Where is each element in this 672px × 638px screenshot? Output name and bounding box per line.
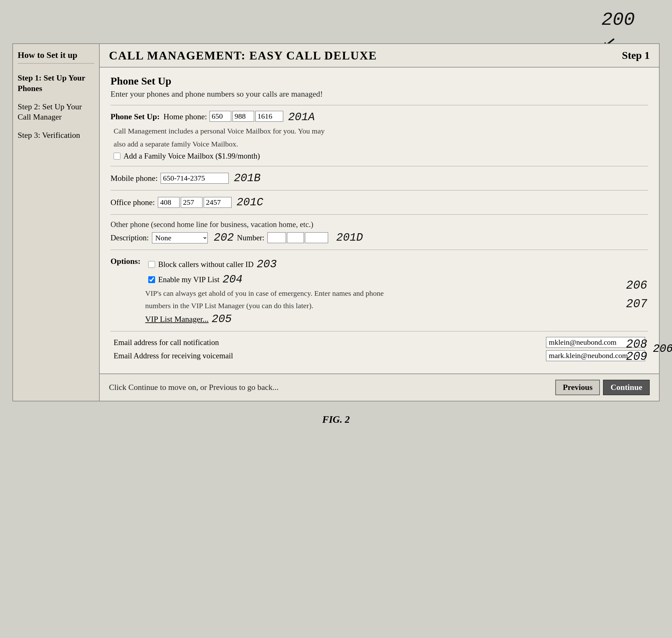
mobile-phone-row: Mobile phone: 201B [110,172,648,185]
sidebar-step2-label: Step 2: Set Up Your Call Manager [18,102,82,122]
home-area-code[interactable] [210,111,231,122]
email-notification-label: Email address for call notification [114,338,546,347]
divider-1 [110,105,648,105]
sidebar-item-step2[interactable]: Step 2: Set Up Your Call Manager [18,102,94,123]
number-label: Number: [237,234,264,242]
vip-manager-link[interactable]: VIP List Manager... [145,315,209,324]
annotation-208-right: 208 [626,338,647,351]
vip-note-2: numbers in the VIP List Manager (you can… [145,301,648,311]
description-label: Description: [110,234,149,242]
section-subtitle: Enter your phones and phone numbers so y… [110,89,648,99]
options-section: Options: Block callers without caller ID… [110,255,648,325]
form-area: Phone Set Up Enter your phones and phone… [100,68,659,373]
figure-caption: FIG. 2 [12,414,660,425]
annotation-201B: 201B [234,172,260,185]
other-number-seg1[interactable] [268,232,286,243]
office-phone-inputs [158,197,231,208]
enable-vip-label: Enable my VIP List [158,275,220,284]
email-notification-row: Email address for call notification 206 [110,337,648,348]
voicemail-note-1: Call Management includes a personal Voic… [114,126,648,137]
home-exchange[interactable] [232,111,254,122]
annotation-205: 205 [212,313,232,325]
home-phone-inputs [210,111,283,122]
annotation-204: 204 [223,273,243,286]
email-voicemail-row: Email Address for receiving voicemail [110,350,648,361]
add-family-vmail-checkbox[interactable] [114,153,120,160]
sidebar-step3-label: Step 3: Verification [18,131,80,140]
home-phone-row: Phone Set Up: Home phone: 201A [110,111,648,123]
email-section: Email address for call notification 206 … [110,337,648,361]
phone-setup-label: Phone Set Up: [110,111,160,121]
annotation-207-right: 207 [626,297,647,310]
email-voicemail-label: Email Address for receiving voicemail [114,352,546,360]
mobile-phone-input[interactable] [161,173,229,184]
sidebar: How to Set it up Step 1: Set Up Your Pho… [13,44,100,401]
block-callers-checkbox[interactable] [148,261,155,268]
options-label: Options: [110,255,141,266]
description-select[interactable]: None Home Work Other [152,232,208,244]
office-phone-label: Office phone: [110,198,155,207]
divider-5 [110,250,648,250]
sidebar-title: How to Set it up [18,50,94,64]
divider-3 [110,190,648,190]
other-phone-description: Other phone (second home line for busine… [110,220,648,229]
annotation-201A: 201A [288,111,315,123]
options-row: Options: Block callers without caller ID… [110,255,648,325]
office-exchange[interactable] [181,197,203,208]
annotation-203: 203 [257,258,277,271]
block-callers-label: Block callers without caller ID [158,260,254,269]
other-phone-section: Other phone (second home line for busine… [110,220,648,244]
annotation-206: 206 [653,342,672,355]
previous-button[interactable]: Previous [555,380,600,395]
office-area-code[interactable] [158,197,179,208]
other-number-seg2[interactable] [287,232,304,243]
sidebar-item-step1[interactable]: Step 1: Set Up Your Phones [18,73,94,94]
office-phone-row: Office phone: 201C [110,196,648,209]
add-family-vmail-row[interactable]: Add a Family Voice Mailbox ($1.99/month) [114,152,648,161]
other-number-inputs [268,232,328,243]
block-callers-row[interactable]: Block callers without caller ID 203 [148,258,648,271]
office-number[interactable] [204,197,231,208]
sidebar-item-step3[interactable]: Step 3: Verification [18,130,94,140]
add-family-vmail-label: Add a Family Voice Mailbox ($1.99/month) [123,152,260,161]
voicemail-note-2: also add a separate family Voice Mailbox… [114,139,648,150]
other-number-seg3[interactable] [305,232,328,243]
footer-buttons: Previous Continue [555,380,650,395]
mobile-phone-label: Mobile phone: [110,174,158,183]
enable-vip-row[interactable]: Enable my VIP List 204 [148,273,648,286]
annotation-201D: 201D [336,231,363,244]
footer-text: Click Continue to move on, or Previous t… [109,383,279,392]
home-phone-label: Home phone: [163,111,207,121]
home-number[interactable] [255,111,283,122]
divider-2 [110,166,648,166]
header-bar: CALL MANAGEMENT: EASY CALL DELUXE Step 1 [100,44,659,68]
continue-button[interactable]: Continue [603,380,650,395]
section-title: Phone Set Up [110,75,648,87]
vip-note-1: VIP's can always get ahold of you in cas… [145,288,648,299]
footer-bar: Click Continue to move on, or Previous t… [100,373,659,401]
other-phone-row: Description: None Home Work Other 202 Nu… [110,231,648,244]
annotation-202: 202 [214,231,234,244]
enable-vip-checkbox[interactable] [148,276,155,283]
main-content: CALL MANAGEMENT: EASY CALL DELUXE Step 1… [100,44,659,401]
page-title: CALL MANAGEMENT: EASY CALL DELUXE [109,49,377,62]
annotation-201C: 201C [237,196,263,209]
options-content: Block callers without caller ID 203 Enab… [145,255,648,325]
main-container: How to Set it up Step 1: Set Up Your Pho… [12,43,660,401]
annotation-209-right: 209 [626,350,647,363]
divider-4 [110,214,648,215]
sidebar-step1-label: Step 1: Set Up Your Phones [18,73,85,93]
step-indicator: Step 1 [622,50,650,61]
annotation-206-right: 206 [626,279,647,292]
